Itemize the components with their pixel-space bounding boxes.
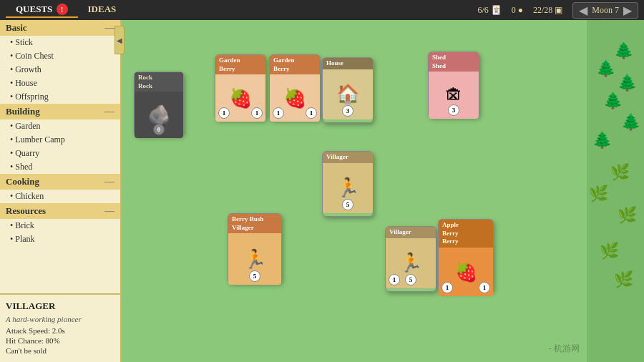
quest-alert: ! <box>57 4 68 15</box>
card-villager-1-body: 🏃 5 <box>323 163 373 213</box>
card-garden-berry-2-body: 🍓 1 1 <box>270 74 320 122</box>
berry-1-badge-left: 1 <box>218 107 230 119</box>
card-garden-berry-1-header: GardenBerry <box>215 55 265 74</box>
info-stat-hitchance: Hit Chance: 80% <box>6 336 114 345</box>
villager-1-badge: 5 <box>342 199 353 210</box>
sidebar-item-lumber-camp[interactable]: • Lumber Camp <box>0 133 120 147</box>
info-stat-attack: Attack Speed: 2.0s <box>6 326 114 335</box>
moon-label: Moon 7 <box>592 5 619 16</box>
card-villager-2-body: 🏃 1 5 <box>386 238 436 288</box>
card-garden-berry-1-body: 🍓 1 1 <box>215 74 265 122</box>
card-shed-header: ShedShed <box>429 52 479 72</box>
villager-2-icon: 🏃 <box>399 252 422 274</box>
sidebar-info-panel: VILLAGER A hard-working pioneer Attack S… <box>0 293 122 362</box>
card-berry-bush-villager-header: Berry BushVillager <box>228 214 281 233</box>
info-stat-sold: Can't be sold <box>6 346 114 355</box>
card-villager-1-header: Villager <box>323 152 373 163</box>
topbar-stats: 6/6 🃏 0 ● 22/28 ▣ ◀ Moon 7 ▶ <box>477 2 638 19</box>
card-house-header: House <box>323 58 373 69</box>
card-rock-body: 🪨 0 <box>135 92 183 138</box>
apple-berry-badge-left: 1 <box>441 282 453 293</box>
card-berry-bush-villager-body: 🏃 5 <box>228 233 281 285</box>
sidebar-item-house[interactable]: • House <box>0 77 120 90</box>
card-rock[interactable]: RockRock 🪨 0 <box>134 72 184 136</box>
card-villager-1[interactable]: Villager 🏃 5 <box>322 151 374 217</box>
sidebar-item-growth[interactable]: • Growth <box>0 63 120 77</box>
card-rock-header: RockRock <box>135 72 183 92</box>
card-apple-berry-header: AppleBerryBerry <box>439 220 493 248</box>
sidebar-toggle[interactable]: ◀ <box>114 26 125 54</box>
shed-badge: 3 <box>448 104 459 116</box>
card-garden-berry-2-header: GardenBerry <box>270 55 320 74</box>
villager-1-icon: 🏃 <box>336 177 359 199</box>
watermark: - 机游网 <box>549 343 580 355</box>
berry-2-icon: 🍓 <box>283 87 306 109</box>
berry-bush-villager-badge: 5 <box>249 270 260 282</box>
card-shed[interactable]: ShedShed 🏚 3 <box>428 52 479 117</box>
berry-1-badge-right: 1 <box>251 107 263 119</box>
villager-2-badge-center: 5 <box>405 274 416 285</box>
next-moon-arrow[interactable]: ▶ <box>623 4 632 17</box>
apple-berry-badge-right: 1 <box>479 282 490 293</box>
sidebar-section-resources[interactable]: Resources — <box>0 203 120 219</box>
tree-deco-11: 🌿 <box>614 270 633 289</box>
sidebar-item-shed[interactable]: • Shed <box>0 160 120 174</box>
sidebar-section-building[interactable]: Building — <box>0 104 120 119</box>
gold-stat: 0 ● <box>512 5 523 16</box>
card-apple-berry[interactable]: AppleBerryBerry 🍓 1 1 <box>438 219 494 292</box>
gameboard: 🌲 🌲 🌲 🌲 🌲 🌲 🌿 🌿 🌿 🌿 🌿 RockRock 🪨 0 Garde… <box>122 20 644 362</box>
card-berry-bush-villager[interactable]: Berry BushVillager 🏃 5 <box>228 213 282 283</box>
sidebar-item-plank[interactable]: • Plank <box>0 233 120 246</box>
card-shed-body: 🏚 3 <box>429 72 479 119</box>
house-icon: 🏠 <box>336 83 359 105</box>
tree-deco-6: 🌲 <box>592 131 612 150</box>
tab-ideas-label: IDEAS <box>88 4 117 14</box>
tree-deco-9: 🌿 <box>618 206 637 225</box>
card-garden-berry-2[interactable]: GardenBerry 🍓 1 1 <box>269 54 321 120</box>
prev-moon-arrow[interactable]: ◀ <box>579 4 587 17</box>
tree-deco-7: 🌿 <box>610 163 630 182</box>
house-badge: 3 <box>342 105 353 117</box>
card-villager-2-header: Villager <box>386 227 436 238</box>
sidebar-item-offspring[interactable]: • Offspring <box>0 90 120 104</box>
tab-quests-label: QUESTS <box>16 4 52 14</box>
cards-stat: 6/6 🃏 <box>477 5 501 16</box>
topbar: QUESTS ! IDEAS 6/6 🃏 0 ● 22/28 ▣ ◀ Moon … <box>0 0 644 20</box>
shed-icon: 🏚 <box>445 85 462 105</box>
sidebar-section-cooking[interactable]: Cooking — <box>0 174 120 190</box>
sidebar-section-basic[interactable]: Basic — <box>0 20 120 36</box>
sidebar-item-chicken[interactable]: • Chicken <box>0 190 120 203</box>
apple-berry-icon: 🍓 <box>454 261 477 283</box>
tab-ideas[interactable]: IDEAS <box>78 2 127 19</box>
topbar-tabs: QUESTS ! IDEAS <box>6 2 126 19</box>
sidebar-item-garden[interactable]: • Garden <box>0 119 120 133</box>
tree-deco-5: 🌲 <box>621 113 640 132</box>
berry-2-badge-left: 1 <box>273 107 284 119</box>
card-garden-berry-1[interactable]: GardenBerry 🍓 1 1 <box>215 54 266 120</box>
info-title: VILLAGER <box>6 300 114 312</box>
villager-2-badge-left: 1 <box>389 274 400 285</box>
moon-display: ◀ Moon 7 ▶ <box>572 2 638 19</box>
tree-deco-1: 🌲 <box>614 41 633 60</box>
tree-deco-10: 🌿 <box>600 242 619 260</box>
rock-badge: 0 <box>153 124 165 135</box>
tree-deco-3: 🌲 <box>618 74 637 92</box>
sidebar-item-stick[interactable]: • Stick <box>0 36 120 49</box>
tree-deco-8: 🌿 <box>589 185 608 203</box>
tab-quests[interactable]: QUESTS ! <box>6 2 78 19</box>
sidebar-item-quarry[interactable]: • Quarry <box>0 147 120 160</box>
tree-deco-2: 🌲 <box>596 59 615 78</box>
berry-bush-villager-icon: 🏃 <box>243 248 266 270</box>
info-desc: A hard-working pioneer <box>6 315 114 323</box>
sidebar-item-coin-chest[interactable]: • Coin Chest <box>0 49 120 63</box>
card-villager-2[interactable]: Villager 🏃 1 5 <box>385 226 436 292</box>
card-apple-berry-body: 🍓 1 1 <box>439 248 493 296</box>
card-house[interactable]: House 🏠 3 <box>322 57 374 123</box>
berry-2-badge-right: 1 <box>306 107 317 119</box>
rock-icon: 🪨 <box>147 104 170 126</box>
berry-1-icon: 🍓 <box>229 87 252 109</box>
food-stat: 22/28 ▣ <box>533 5 562 16</box>
tree-deco-4: 🌲 <box>603 92 623 110</box>
card-house-body: 🏠 3 <box>323 69 373 119</box>
sidebar-item-brick[interactable]: • Brick <box>0 219 120 233</box>
